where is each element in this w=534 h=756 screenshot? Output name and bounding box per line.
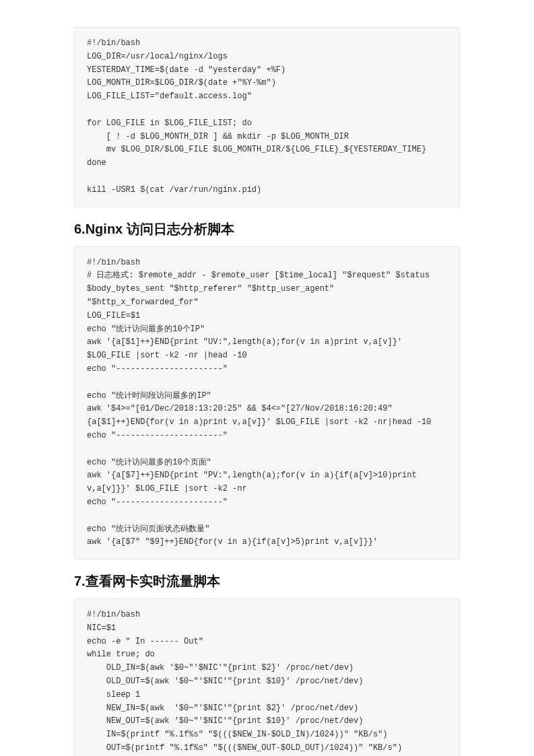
article-content: #!/bin/bash LOG_DIR=/usr/local/nginx/log… bbox=[0, 0, 534, 756]
code-block-nginx-log-analysis: #!/bin/bash # 日志格式: $remote_addr - $remo… bbox=[74, 246, 460, 560]
code-block-log-rotate: #!/bin/bash LOG_DIR=/usr/local/nginx/log… bbox=[74, 27, 460, 207]
heading-nic-traffic: 7.查看网卡实时流量脚本 bbox=[74, 572, 460, 590]
heading-nginx-log-analysis: 6.Nginx 访问日志分析脚本 bbox=[74, 219, 460, 238]
code-block-nic-traffic: #!/bin/bash NIC=$1 echo -e " In ------ O… bbox=[74, 598, 460, 756]
